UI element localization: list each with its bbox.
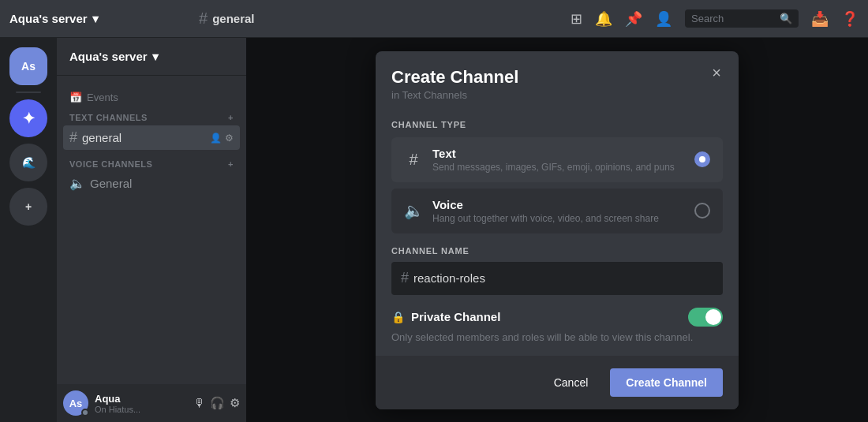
- channel-list: 📅 Events TEXT CHANNELS + # general 👤 ⚙ V…: [57, 76, 246, 198]
- channel-name-label: general: [82, 131, 122, 144]
- topbar-channel-area: # general: [199, 9, 571, 28]
- modal-close-button[interactable]: ×: [707, 64, 726, 83]
- server-divider: [16, 91, 41, 93]
- radio-inner-dot: [699, 156, 705, 162]
- modal-header: Create Channel in Text Channels ×: [376, 51, 739, 107]
- voice-type-name: Voice: [432, 198, 685, 211]
- voice-channel-name: General: [90, 177, 132, 190]
- text-type-name: Text: [432, 147, 685, 160]
- main-content: Welcome toAqua's server Create Channel i…: [246, 38, 868, 422]
- user-name: Aqua: [95, 393, 187, 405]
- avatar-initials: As: [69, 398, 83, 409]
- cancel-button[interactable]: Cancel: [541, 370, 601, 395]
- server-header[interactable]: Aqua's server ▾: [57, 38, 246, 76]
- private-channel-label: Private Channel: [411, 310, 682, 323]
- channel-name-input[interactable]: [413, 271, 713, 285]
- members-count-icon[interactable]: 👤: [210, 133, 222, 144]
- text-type-info: Text Send messages, images, GIFs, emoji,…: [432, 147, 685, 173]
- server-name: Aqua's server: [9, 12, 88, 25]
- private-channel-desc: Only selected members and roles will be …: [391, 331, 723, 343]
- main-layout: As ✦ 🌊 + Aqua's server ▾ 📅 Events TEXT C…: [0, 38, 868, 422]
- private-channel-row: 🔒 Private Channel ✕: [391, 308, 723, 327]
- modal-title: Create Channel: [391, 67, 723, 88]
- deafen-icon[interactable]: 🎧: [210, 396, 225, 410]
- channel-name-input-wrap: #: [391, 262, 723, 295]
- channel-type-text-option[interactable]: # Text Send messages, images, GIFs, emoj…: [391, 137, 723, 182]
- user-area: As Aqua On Hiatus... 🎙 🎧 ⚙: [57, 384, 246, 422]
- user-info: Aqua On Hiatus...: [95, 393, 187, 414]
- add-voice-channel-icon[interactable]: +: [228, 159, 234, 169]
- channel-sidebar: Aqua's server ▾ 📅 Events TEXT CHANNELS +…: [57, 38, 246, 422]
- server-header-name: Aqua's server: [69, 50, 148, 63]
- voice-channel-icon: 🔈: [69, 176, 85, 191]
- status-dot: [81, 409, 89, 416]
- events-label: Events: [87, 91, 118, 103]
- search-placeholder: Search: [691, 13, 724, 24]
- user-tag: On Hiatus...: [95, 405, 187, 414]
- mute-icon[interactable]: 🎙: [193, 396, 205, 410]
- pin-icon[interactable]: 📌: [625, 10, 642, 28]
- text-channels-category[interactable]: TEXT CHANNELS +: [63, 110, 240, 125]
- hash-icon: #: [199, 9, 208, 28]
- events-item[interactable]: 📅 Events: [63, 88, 240, 110]
- text-type-icon: #: [404, 151, 423, 169]
- text-channels-label: TEXT CHANNELS: [69, 113, 148, 122]
- topbar: Aqua's server ▾ # general ⊞ 🔔 📌 👤 Search…: [0, 0, 868, 38]
- channel-name-section-label: CHANNEL NAME: [391, 246, 723, 256]
- members-icon[interactable]: 👤: [655, 10, 672, 28]
- server-sidebar: As ✦ 🌊 +: [0, 38, 57, 422]
- lock-icon: 🔒: [391, 311, 405, 323]
- server-icon-2[interactable]: ✦: [9, 99, 47, 137]
- add-text-channel-icon[interactable]: +: [228, 113, 234, 122]
- voice-type-info: Voice Hang out together with voice, vide…: [432, 198, 685, 224]
- channel-name: general: [212, 12, 254, 25]
- channel-item-actions: 👤 ⚙: [210, 133, 234, 144]
- events-icon: 📅: [69, 91, 82, 103]
- modal-footer: Cancel Create Channel: [376, 356, 739, 409]
- server-name-area[interactable]: Aqua's server ▾: [9, 12, 199, 26]
- voice-type-icon: 🔈: [404, 201, 423, 220]
- channel-item-general-voice[interactable]: 🔈 General: [63, 172, 240, 195]
- notifications-icon[interactable]: 🔔: [595, 10, 612, 28]
- inbox-icon[interactable]: 📥: [811, 10, 829, 28]
- topbar-icons: ⊞ 🔔 📌 👤 Search 🔍 📥 ❓: [571, 9, 859, 28]
- server-icon-label: As: [21, 60, 36, 73]
- settings-icon[interactable]: ⚙: [225, 133, 234, 144]
- voice-type-radio[interactable]: [694, 203, 710, 218]
- channel-type-label: CHANNEL TYPE: [391, 120, 723, 129]
- text-type-desc: Send messages, images, GIFs, emoji, opin…: [432, 162, 685, 173]
- voice-type-desc: Hang out together with voice, video, and…: [432, 213, 685, 224]
- modal-body: CHANNEL TYPE # Text Send messages, image…: [376, 107, 739, 356]
- text-channel-icon: #: [69, 129, 77, 146]
- add-friend-icon[interactable]: ⊞: [571, 10, 582, 28]
- voice-channels-label: VOICE CHANNELS: [69, 159, 152, 169]
- create-channel-button[interactable]: Create Channel: [610, 368, 723, 397]
- server-icon-3[interactable]: 🌊: [9, 144, 47, 181]
- search-icon[interactable]: 🔍: [780, 13, 792, 24]
- create-channel-modal: Create Channel in Text Channels × CHANNE…: [376, 51, 739, 409]
- search-bar[interactable]: Search 🔍: [685, 9, 799, 28]
- text-type-radio[interactable]: [694, 151, 710, 167]
- user-settings-icon[interactable]: ⚙: [230, 396, 240, 410]
- server-icon-aqua[interactable]: As: [9, 47, 47, 85]
- user-controls: 🎙 🎧 ⚙: [193, 396, 240, 410]
- modal-subtitle: in Text Channels: [391, 89, 723, 101]
- help-icon[interactable]: ❓: [841, 10, 859, 28]
- private-channel-toggle[interactable]: ✕: [688, 308, 723, 327]
- modal-overlay: Create Channel in Text Channels × CHANNE…: [246, 38, 868, 422]
- server-header-chevron: ▾: [152, 50, 159, 64]
- channel-name-hash-icon: #: [401, 270, 409, 286]
- voice-channels-category[interactable]: VOICE CHANNELS +: [63, 156, 240, 172]
- avatar: As: [63, 390, 88, 416]
- channel-item-general[interactable]: # general 👤 ⚙: [63, 125, 240, 150]
- toggle-knob: [705, 309, 721, 325]
- server-dropdown-icon[interactable]: ▾: [92, 12, 99, 26]
- channel-type-voice-option[interactable]: 🔈 Voice Hang out together with voice, vi…: [391, 189, 723, 233]
- server-icon-4[interactable]: +: [9, 188, 47, 226]
